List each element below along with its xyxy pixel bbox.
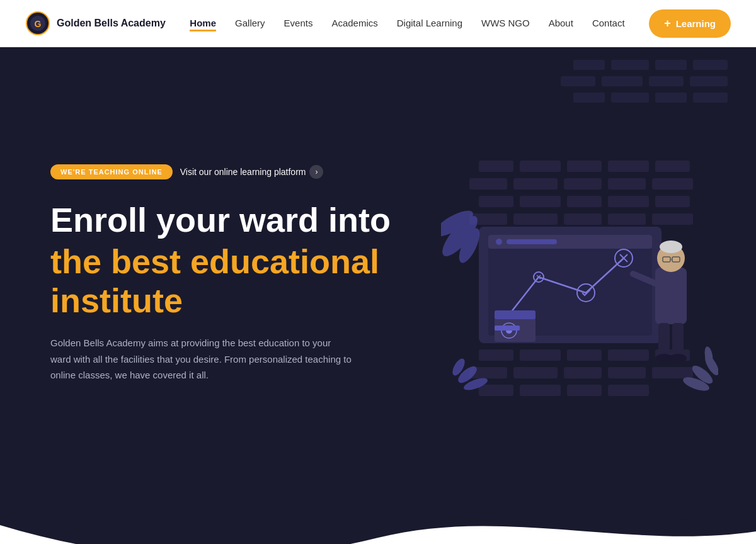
svg-rect-41	[513, 367, 558, 378]
svg-rect-17	[567, 161, 602, 172]
svg-rect-6	[693, 60, 728, 70]
svg-rect-25	[479, 196, 513, 207]
svg-rect-9	[649, 76, 684, 86]
svg-rect-47	[567, 385, 602, 396]
nav-item-about[interactable]: About	[549, 18, 573, 29]
learning-button[interactable]: + Learning	[649, 9, 731, 38]
svg-rect-34	[652, 213, 693, 225]
svg-rect-4	[611, 60, 649, 70]
hero-content: WE'RE TEACHING ONLINE Visit our online l…	[50, 164, 403, 383]
svg-rect-5	[655, 60, 687, 70]
svg-rect-13	[655, 93, 687, 103]
logo-icon: G	[25, 11, 50, 36]
logo-text: Golden Bells Academy	[57, 18, 166, 29]
svg-rect-29	[655, 196, 690, 207]
svg-rect-10	[690, 76, 728, 86]
svg-text:G: G	[35, 19, 42, 29]
svg-rect-42	[564, 367, 602, 378]
hero-badge: WE'RE TEACHING ONLINE Visit our online l…	[50, 164, 323, 179]
logo[interactable]: G Golden Bells Academy	[25, 11, 166, 36]
svg-rect-28	[608, 196, 649, 207]
navbar: G Golden Bells Academy Home Gallery Even…	[0, 0, 756, 47]
svg-rect-62	[495, 310, 536, 319]
svg-rect-75	[672, 323, 684, 358]
svg-rect-20	[469, 178, 507, 190]
svg-rect-53	[507, 239, 557, 244]
nav-link-events[interactable]: Events	[284, 18, 313, 28]
svg-rect-74	[658, 323, 670, 358]
nav-item-contact[interactable]: Contact	[592, 18, 625, 29]
badge-link[interactable]: Visit our online learning platform ›	[180, 165, 324, 179]
nav-item-digital-learning[interactable]: Digital Learning	[397, 18, 462, 29]
svg-rect-18	[608, 161, 649, 172]
svg-rect-21	[513, 178, 558, 190]
nav-item-home[interactable]: Home	[190, 18, 216, 29]
nav-item-events[interactable]: Events	[284, 18, 313, 29]
nav-link-wws-ngo[interactable]: WWS NGO	[481, 18, 530, 28]
nav-item-wws-ngo[interactable]: WWS NGO	[481, 18, 530, 29]
svg-rect-33	[608, 213, 646, 225]
svg-point-52	[496, 239, 502, 245]
arrow-icon: ›	[309, 165, 323, 179]
badge-tag: WE'RE TEACHING ONLINE	[50, 164, 173, 179]
svg-rect-35	[479, 349, 513, 361]
nav-item-gallery[interactable]: Gallery	[235, 18, 265, 29]
svg-rect-44	[652, 367, 693, 378]
svg-rect-32	[564, 213, 602, 225]
svg-rect-24	[652, 178, 693, 190]
hero-description: Golden Bells Academy aims at providing t…	[50, 335, 353, 383]
svg-rect-14	[693, 93, 728, 103]
svg-rect-11	[573, 93, 605, 103]
svg-rect-19	[655, 161, 690, 172]
nav-link-contact[interactable]: Contact	[592, 18, 625, 28]
nav-link-academics[interactable]: Academics	[331, 18, 377, 28]
nav-link-digital-learning[interactable]: Digital Learning	[397, 18, 462, 28]
svg-rect-46	[520, 385, 561, 396]
svg-rect-31	[513, 213, 558, 225]
nav-link-about[interactable]: About	[549, 18, 573, 28]
svg-rect-15	[479, 161, 513, 172]
svg-rect-3	[573, 60, 605, 70]
svg-rect-45	[479, 385, 513, 396]
svg-rect-23	[608, 178, 646, 190]
svg-rect-8	[602, 76, 643, 86]
svg-rect-27	[567, 196, 602, 207]
wave-divider	[0, 500, 756, 544]
plus-icon: +	[664, 17, 671, 30]
nav-links: Home Gallery Events Academics Digital Le…	[190, 18, 624, 29]
svg-point-77	[669, 354, 687, 363]
svg-rect-38	[608, 349, 649, 361]
svg-rect-12	[611, 93, 649, 103]
svg-rect-65	[495, 326, 520, 331]
svg-rect-37	[567, 349, 602, 361]
hero-title-orange: the best educational institute	[50, 242, 403, 320]
hero-section: WE'RE TEACHING ONLINE Visit our online l…	[0, 47, 756, 501]
svg-rect-36	[520, 349, 561, 361]
nav-link-gallery[interactable]: Gallery	[235, 18, 265, 28]
hero-title-white: Enroll your ward into	[50, 201, 403, 239]
nav-link-home[interactable]: Home	[190, 18, 216, 31]
nav-item-academics[interactable]: Academics	[331, 18, 377, 29]
svg-rect-48	[608, 385, 649, 396]
svg-rect-22	[564, 178, 602, 190]
hero-illustration	[441, 142, 718, 406]
svg-rect-67	[655, 268, 687, 324]
svg-rect-66	[523, 326, 536, 331]
svg-rect-26	[520, 196, 561, 207]
svg-point-69	[660, 241, 682, 253]
cta-label: Learning	[676, 18, 716, 29]
svg-rect-16	[520, 161, 561, 172]
svg-rect-7	[561, 76, 595, 86]
svg-rect-43	[608, 367, 646, 378]
